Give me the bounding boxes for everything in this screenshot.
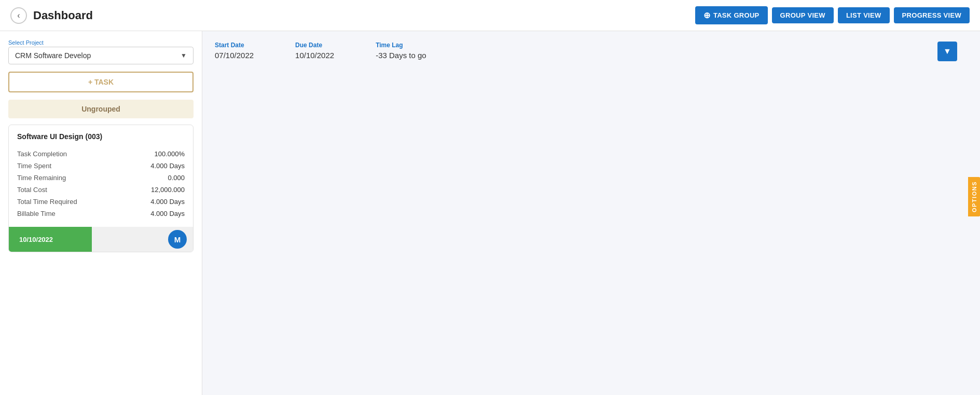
billable-time-value: 4.000 Days	[150, 210, 185, 217]
project-select-value: CRM Software Develop	[15, 51, 91, 60]
billable-time-label: Billable Time	[17, 210, 56, 217]
avatar[interactable]: M	[168, 230, 187, 249]
time-spent-value: 4.000 Days	[150, 162, 185, 170]
dates-row: Start Date 07/10/2022 Due Date 10/10/202…	[215, 42, 968, 60]
page-title: Dashboard	[33, 9, 93, 22]
ungrouped-header: Ungrouped	[8, 100, 194, 118]
task-name: Software UI Design (003)	[17, 132, 185, 141]
main-content: Select Project CRM Software Develop ▼ + …	[0, 31, 980, 395]
header: ‹ Dashboard ⊕ TASK GROUP GROUP VIEW LIST…	[0, 0, 980, 31]
task-group-button[interactable]: ⊕ TASK GROUP	[695, 6, 768, 24]
task-row-time-spent: Time Spent 4.000 Days	[17, 160, 185, 172]
start-date-label: Start Date	[215, 42, 254, 49]
total-time-label: Total Time Required	[17, 198, 77, 206]
progress-view-button[interactable]: PROGRESS VIEW	[894, 7, 970, 23]
plus-icon: ⊕	[703, 10, 710, 20]
task-group-label: TASK GROUP	[713, 11, 760, 19]
task-card-body: Software UI Design (003) Task Completion…	[9, 125, 193, 227]
options-tab-button[interactable]: OPTIONS	[968, 176, 980, 216]
due-date-block: Due Date 10/10/2022	[295, 42, 334, 60]
time-spent-label: Time Spent	[17, 162, 51, 170]
chevron-down-icon: ▼	[181, 52, 187, 59]
add-task-label: + TASK	[88, 78, 114, 86]
group-view-label: GROUP VIEW	[780, 11, 825, 19]
time-lag-block: Time Lag -33 Days to go	[376, 42, 426, 60]
filter-area: ▼	[937, 42, 957, 61]
task-completion-label: Task Completion	[17, 150, 67, 158]
project-select[interactable]: CRM Software Develop ▼	[8, 47, 194, 64]
select-project-label: Select Project	[8, 39, 194, 46]
back-button[interactable]: ‹	[10, 7, 27, 24]
list-view-label: LIST VIEW	[846, 11, 881, 19]
header-left: ‹ Dashboard	[10, 7, 93, 24]
task-date-badge: 10/10/2022	[9, 227, 92, 252]
task-card-footer: 10/10/2022 M	[9, 227, 193, 252]
filter-button[interactable]: ▼	[937, 42, 957, 61]
time-lag-label: Time Lag	[376, 42, 426, 49]
time-lag-value: -33 Days to go	[376, 51, 426, 60]
right-panel: Start Date 07/10/2022 Due Date 10/10/202…	[202, 31, 980, 395]
time-remaining-value: 0.000	[168, 174, 185, 182]
start-date-value: 07/10/2022	[215, 51, 254, 60]
filter-icon: ▼	[943, 47, 951, 56]
task-completion-value: 100.000%	[154, 150, 185, 158]
due-date-label: Due Date	[295, 42, 334, 49]
total-cost-label: Total Cost	[17, 186, 47, 194]
progress-view-label: PROGRESS VIEW	[902, 11, 961, 19]
list-view-button[interactable]: LIST VIEW	[838, 7, 890, 23]
task-row-total-cost: Total Cost 12,000.000	[17, 184, 185, 196]
time-remaining-label: Time Remaining	[17, 174, 66, 182]
add-task-button[interactable]: + TASK	[8, 72, 194, 92]
total-time-value: 4.000 Days	[150, 198, 185, 206]
sidebar: Select Project CRM Software Develop ▼ + …	[0, 31, 202, 395]
total-cost-value: 12,000.000	[151, 186, 185, 194]
task-row-time-remaining: Time Remaining 0.000	[17, 172, 185, 184]
task-card: Software UI Design (003) Task Completion…	[8, 125, 194, 252]
task-row-total-time: Total Time Required 4.000 Days	[17, 196, 185, 208]
task-row-completion: Task Completion 100.000%	[17, 148, 185, 160]
task-row-billable: Billable Time 4.000 Days	[17, 208, 185, 220]
due-date-value: 10/10/2022	[295, 51, 334, 60]
header-right: ⊕ TASK GROUP GROUP VIEW LIST VIEW PROGRE…	[695, 6, 970, 24]
group-view-button[interactable]: GROUP VIEW	[772, 7, 834, 23]
options-sidebar: OPTIONS	[968, 176, 980, 218]
start-date-block: Start Date 07/10/2022	[215, 42, 254, 60]
